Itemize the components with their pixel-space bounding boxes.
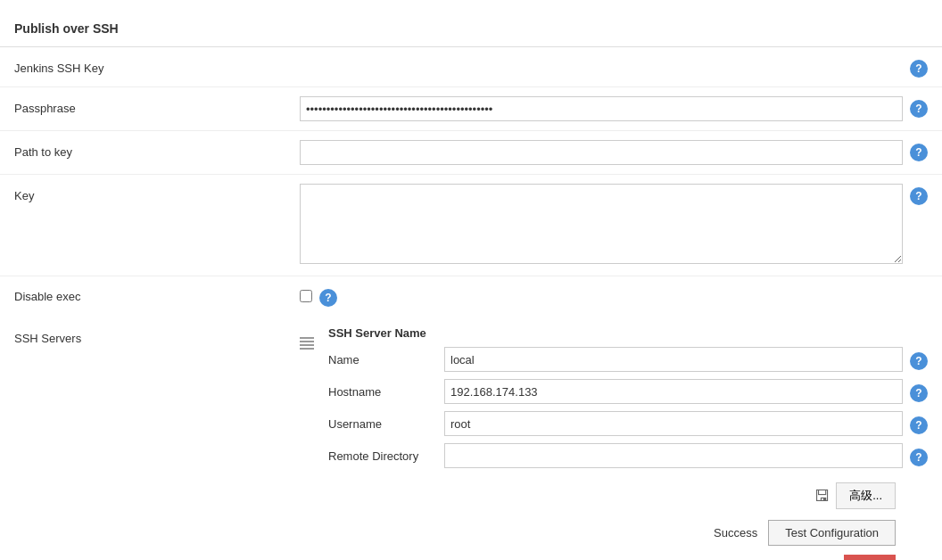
ssh-servers-row: SSH Servers SSH Server Name Name <box>0 316 942 560</box>
remote-directory-row: Remote Directory ? <box>328 443 928 468</box>
hostname-row: Hostname ? <box>328 379 928 404</box>
disable-exec-help-icon[interactable]: ? <box>319 289 337 307</box>
jenkins-ssh-key-row: Jenkins SSH Key ? <box>0 47 942 87</box>
remote-directory-field: ? <box>444 443 928 468</box>
ssh-server-name-input[interactable] <box>444 347 903 372</box>
disable-exec-row: Disable exec ? <box>0 276 942 316</box>
ssh-server-name-field: ? <box>444 347 928 372</box>
key-label: Key <box>14 184 300 202</box>
path-to-key-help-icon[interactable]: ? <box>910 144 928 161</box>
hostname-field: ? <box>444 379 928 404</box>
username-label: Username <box>328 417 444 431</box>
action-row: 🖫 高级... <box>328 475 928 516</box>
remote-directory-label: Remote Directory <box>328 449 444 463</box>
save-icon: 🖫 <box>814 487 830 506</box>
jenkins-ssh-key-help-icon[interactable]: ? <box>910 60 928 78</box>
drag-handle-icon[interactable] <box>300 335 314 350</box>
username-row: Username ? <box>328 411 928 436</box>
hostname-help-icon[interactable]: ? <box>910 384 928 402</box>
ssh-servers-label: SSH Servers <box>14 326 300 345</box>
disable-exec-checkbox[interactable] <box>300 290 312 302</box>
key-field: ? <box>300 184 928 267</box>
disable-exec-field: ? <box>300 285 928 307</box>
section-title: Publish over SSH <box>0 14 942 47</box>
username-field: ? <box>444 411 928 436</box>
username-help-icon[interactable]: ? <box>910 416 928 434</box>
advanced-button[interactable]: 高级... <box>836 482 896 509</box>
disable-exec-label: Disable exec <box>14 290 300 303</box>
publish-over-ssh-panel: Publish over SSH Jenkins SSH Key ? Passp… <box>0 0 942 560</box>
passphrase-field: ? <box>300 96 928 121</box>
jenkins-ssh-key-field: ? <box>300 56 928 78</box>
key-help-icon[interactable]: ? <box>910 187 928 205</box>
success-row: Success Test Configuration <box>328 516 928 549</box>
remote-directory-input[interactable] <box>444 443 903 468</box>
ssh-server-header: SSH Server Name <box>328 326 928 340</box>
path-to-key-row: Path to key ? <box>0 131 942 175</box>
username-input[interactable] <box>444 411 903 436</box>
jenkins-ssh-key-label: Jenkins SSH Key <box>14 56 300 75</box>
ssh-server-name-row: Name ? <box>328 347 928 372</box>
key-textarea[interactable] <box>300 184 903 264</box>
passphrase-input[interactable] <box>300 96 903 121</box>
passphrase-row: Passphrase ? <box>0 87 942 131</box>
delete-button[interactable]: 删除 <box>844 555 896 560</box>
remote-directory-help-icon[interactable]: ? <box>910 449 928 466</box>
test-configuration-button[interactable]: Test Configuration <box>768 520 896 546</box>
path-to-key-input[interactable] <box>300 140 903 165</box>
delete-row: 删除 <box>328 549 928 560</box>
path-to-key-label: Path to key <box>14 140 300 159</box>
hostname-input[interactable] <box>444 379 903 404</box>
ssh-server-name-label: Name <box>328 353 444 366</box>
path-to-key-field: ? <box>300 140 928 165</box>
ssh-server-name-help-icon[interactable]: ? <box>910 352 928 370</box>
key-row: Key ? <box>0 175 942 276</box>
hostname-label: Hostname <box>328 385 444 399</box>
passphrase-help-icon[interactable]: ? <box>910 100 928 118</box>
ssh-server-block: SSH Server Name Name ? Hostname <box>328 326 928 560</box>
passphrase-label: Passphrase <box>14 96 300 115</box>
success-status: Success <box>714 526 757 539</box>
ssh-servers-content: SSH Server Name Name ? Hostname <box>300 326 928 560</box>
